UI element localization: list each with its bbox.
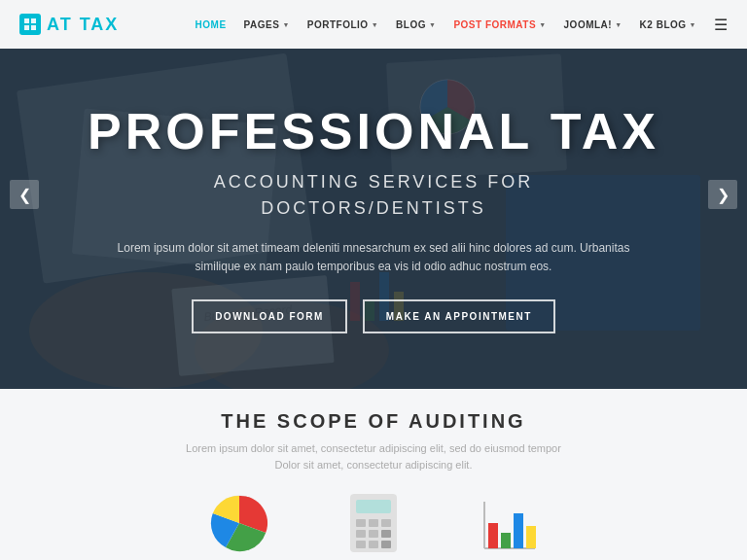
pie-chart-icon — [208, 492, 270, 554]
header: AT TAX HOME PAGES ▼ PORTFOLIO ▼ BLOG ▼ P… — [0, 0, 747, 49]
svg-rect-28 — [356, 541, 366, 548]
logo[interactable]: AT TAX — [19, 14, 119, 35]
svg-rect-35 — [514, 513, 523, 548]
hero-subtitle-line2: DOCTORS/DENTISTS — [261, 198, 486, 218]
main-nav: HOME PAGES ▼ PORTFOLIO ▼ BLOG ▼ POST FOR… — [196, 16, 728, 34]
svg-rect-29 — [369, 541, 378, 548]
bar-chart-icon — [477, 492, 539, 554]
svg-rect-0 — [24, 18, 29, 23]
svg-rect-33 — [488, 523, 498, 548]
svg-rect-23 — [369, 519, 378, 527]
svg-rect-2 — [24, 25, 29, 30]
svg-rect-25 — [356, 530, 366, 538]
calculator-icon-item — [348, 492, 399, 554]
hero-subtitle: ACCOUNTING SERVICES FOR DOCTORS/DENTISTS — [88, 169, 659, 222]
pages-arrow: ▼ — [282, 21, 289, 28]
svg-rect-36 — [526, 526, 536, 548]
hero-section: Business Record ❮ PROFESSIONAL TAX ACCOU… — [0, 0, 747, 389]
portfolio-arrow: ▼ — [372, 21, 378, 28]
k2blog-arrow: ▼ — [690, 21, 696, 28]
nav-blog[interactable]: BLOG ▼ — [396, 19, 436, 30]
svg-rect-22 — [356, 519, 366, 527]
nav-post-formats[interactable]: POST FORMATS ▼ — [453, 19, 546, 30]
svg-rect-27 — [381, 530, 391, 538]
svg-rect-30 — [381, 541, 391, 548]
slider-prev-button[interactable]: ❮ — [10, 180, 39, 209]
calculator-icon — [348, 492, 399, 554]
svg-rect-26 — [369, 530, 378, 538]
svg-rect-3 — [31, 25, 36, 30]
bottom-section: THE SCOPE OF AUDITING Lorem ipsum dolor … — [0, 389, 747, 560]
hero-title: PROFESSIONAL TAX — [88, 104, 659, 159]
nav-home[interactable]: HOME — [196, 19, 227, 30]
svg-rect-1 — [31, 18, 36, 23]
make-appointment-button[interactable]: MAKE AN APPOINTMENT — [363, 299, 555, 333]
nav-pages[interactable]: PAGES ▼ — [244, 19, 290, 30]
logo-icon — [19, 14, 41, 35]
pie-chart-icon-item — [208, 492, 270, 554]
post-formats-arrow: ▼ — [539, 21, 546, 28]
logo-text: AT TAX — [47, 15, 119, 35]
hero-subtitle-line1: ACCOUNTING SERVICES FOR — [214, 172, 534, 192]
nav-portfolio[interactable]: PORTFOLIO ▼ — [307, 19, 378, 30]
hero-content: PROFESSIONAL TAX ACCOUNTING SERVICES FOR… — [29, 104, 718, 334]
svg-rect-34 — [501, 533, 511, 548]
bar-chart-icon-item — [477, 492, 539, 554]
nav-k2blog[interactable]: K2 BLOG ▼ — [640, 19, 696, 30]
section-description: Lorem ipsum dolor sit amet, consectetur … — [186, 440, 561, 472]
download-form-button[interactable]: DOWNLOAD FORM — [192, 299, 347, 333]
blog-arrow: ▼ — [429, 21, 436, 28]
hero-buttons: DOWNLOAD FORM MAKE AN APPOINTMENT — [88, 299, 659, 333]
slider-next-button[interactable]: ❯ — [708, 180, 737, 209]
joomla-arrow: ▼ — [615, 21, 622, 28]
nav-joomla[interactable]: JOOMLA! ▼ — [564, 19, 622, 30]
icons-row — [208, 492, 539, 560]
svg-rect-24 — [381, 519, 391, 527]
svg-rect-21 — [356, 500, 391, 513]
hamburger-icon[interactable]: ☰ — [714, 16, 728, 34]
section-title: THE SCOPE OF AUDITING — [221, 410, 525, 433]
hero-description: Lorem ipsum dolor sit amet timeam deleni… — [111, 239, 636, 276]
